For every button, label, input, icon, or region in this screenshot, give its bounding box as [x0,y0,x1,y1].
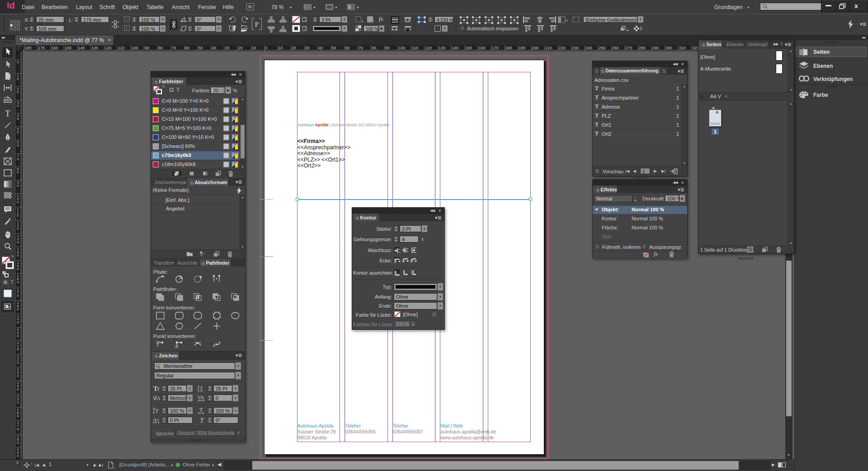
svg-text:T: T [199,407,203,413]
svg-text:T: T [157,386,160,392]
svg-text:T: T [200,417,204,423]
svg-text:VA: VA [198,395,204,400]
svg-text:a: a [157,417,159,422]
svg-text:A: A [200,388,203,392]
svg-text:T: T [155,407,159,414]
svg-text:T: T [5,109,10,118]
svg-text:A: A [156,395,160,401]
svg-text:A: A [153,417,157,423]
